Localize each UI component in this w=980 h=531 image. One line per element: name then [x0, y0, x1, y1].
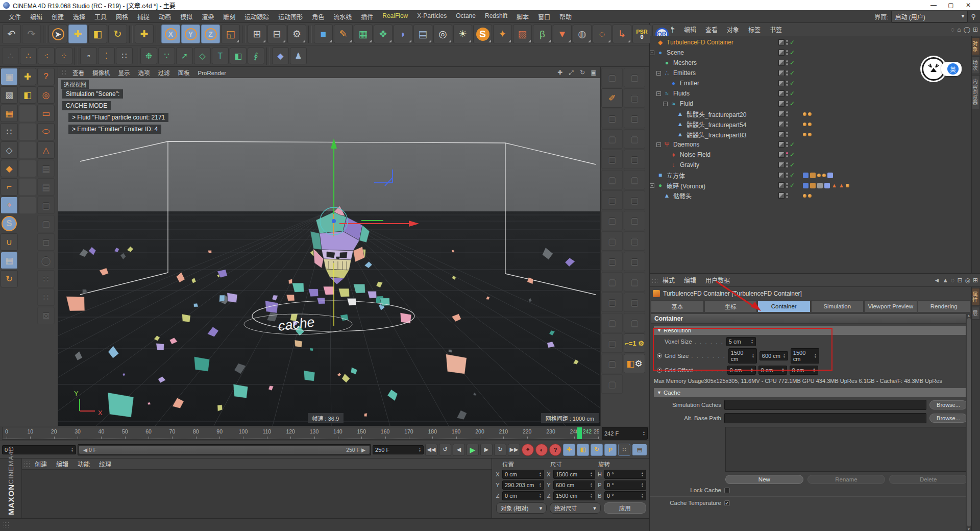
character-figure-tool[interactable]: ♟	[290, 47, 307, 64]
viewport-settings-button[interactable]: ◧⚙	[624, 354, 645, 373]
visibility-dots[interactable]	[786, 183, 788, 188]
workplane-mode-button[interactable]: ▦	[1, 105, 18, 122]
camera-menu[interactable]: ◎	[433, 25, 452, 43]
particle-tag-icon[interactable]	[803, 194, 806, 198]
layer-color-box[interactable]	[778, 39, 785, 45]
structure-tool-1[interactable]: ▤	[37, 160, 55, 177]
points-mode-button[interactable]: ∷	[1, 123, 18, 140]
dots-tag-icon[interactable]	[846, 184, 849, 187]
axis-scale-button[interactable]: ⌐=1 ⚙	[624, 333, 645, 353]
mesh-tool-11[interactable]: ▢	[624, 272, 645, 292]
object-label[interactable]: Emitter	[680, 80, 699, 87]
layer-color-box[interactable]	[778, 121, 785, 127]
modeling-tool-2[interactable]: ▢	[601, 109, 623, 128]
mesh-tool-5[interactable]: ▢	[624, 150, 645, 169]
layer-color-box[interactable]	[778, 141, 785, 148]
menu-item-渲染[interactable]: 渲染	[197, 11, 218, 22]
viewport-scene[interactable]: cache	[58, 78, 600, 426]
tree-row[interactable]: −●Scene✓	[650, 47, 971, 58]
sketch-material-button[interactable]: S	[473, 25, 492, 43]
object-label[interactable]: Daemons	[673, 141, 699, 148]
rf-hub-button[interactable]: ∴	[2, 47, 19, 64]
menu-item-角色[interactable]: 角色	[307, 11, 329, 22]
timeline-window-button[interactable]: ▤	[632, 444, 647, 456]
primitive-cube-menu[interactable]: ■	[314, 25, 333, 43]
menu-item-捕捉[interactable]: 捕捉	[133, 11, 154, 22]
mesh-tool-12[interactable]: ▢	[624, 293, 645, 312]
tree-row[interactable]: −≈Fluid✓	[650, 99, 971, 109]
position-y-field[interactable]: 290.203 cm▲▼	[502, 480, 544, 490]
minimize-button[interactable]: —	[925, 2, 942, 9]
tab-container[interactable]: Container	[757, 300, 811, 312]
object-label[interactable]: Meshers	[673, 59, 697, 66]
structure-tool-4[interactable]: ▢	[37, 215, 55, 232]
expander-icon[interactable]: −	[650, 183, 654, 188]
visibility-dots[interactable]	[786, 111, 788, 116]
particle-tag-icon[interactable]	[817, 174, 821, 177]
view-pan-icon[interactable]: ✚	[555, 69, 565, 76]
particle-tag-icon[interactable]	[808, 112, 812, 116]
key-pla-toggle[interactable]: ∷	[618, 444, 630, 456]
material-menu-编辑[interactable]: 编辑	[52, 460, 73, 470]
scroll-down-icon[interactable]: ▼	[967, 527, 971, 531]
timeline-playhead[interactable]	[577, 427, 582, 439]
mograph-cube-tool[interactable]: ◧	[230, 47, 247, 64]
goto-start-button[interactable]: ◀◀	[425, 444, 437, 456]
object-label[interactable]: 骷髅头_fracturepart54	[687, 120, 746, 129]
phong-tag-icon[interactable]	[824, 183, 830, 188]
palette-empty-slot[interactable]	[19, 160, 36, 177]
material-menu-创建[interactable]: 创建	[30, 460, 52, 470]
menu-item-插件[interactable]: 插件	[356, 11, 378, 22]
visibility-dots[interactable]	[786, 40, 788, 45]
enable-check-icon[interactable]: ✓	[790, 141, 796, 148]
particle-tag-icon[interactable]	[808, 123, 812, 126]
cache-temperature-checkbox[interactable]: ✓	[724, 500, 730, 506]
maximize-button[interactable]: ▢	[942, 2, 960, 9]
grid-size-y-field[interactable]: 600 cm▲▼	[760, 351, 788, 360]
am-target-icon[interactable]: ◎	[965, 277, 970, 284]
palette-empty-slot[interactable]	[19, 123, 36, 140]
om-menu-标签[interactable]: 标签	[744, 25, 765, 35]
light-menu[interactable]: ☀	[453, 25, 472, 43]
tab-simulation[interactable]: Simulation	[811, 300, 864, 312]
key-position-toggle[interactable]: ✚	[563, 444, 575, 456]
autokey-button[interactable]: ◐	[535, 444, 548, 456]
workplane-lock-button[interactable]: ▦	[1, 252, 18, 269]
enable-check-icon[interactable]: ✓	[790, 69, 796, 77]
modeling-tool-11[interactable]: ▢	[601, 293, 623, 312]
menu-item-RealFlow[interactable]: RealFlow	[378, 11, 412, 22]
goto-end-button[interactable]: ▶▶	[508, 444, 520, 456]
side-tab-内容浏览器[interactable]: 内容浏览器	[972, 75, 980, 109]
structure-tool-2[interactable]: ▤	[37, 178, 55, 196]
undo-button[interactable]: ↶	[2, 25, 21, 43]
enable-check-icon[interactable]: ✓	[790, 161, 796, 168]
enable-check-icon[interactable]: ✓	[790, 80, 796, 87]
mesh-tool-10[interactable]: ▢	[624, 252, 645, 271]
timeline-ruler[interactable]: 0102030405060708090100110120130140150160…	[2, 427, 599, 440]
rotation-p-field[interactable]: 0 °▲▼	[604, 480, 646, 490]
modeling-tool-4[interactable]: ▢	[601, 150, 623, 169]
play-reverse-button[interactable]: ↺	[439, 444, 451, 456]
key-parameter-toggle[interactable]: P	[604, 444, 617, 456]
tab-基本[interactable]: 基本	[651, 300, 704, 312]
visibility-dots[interactable]	[786, 91, 788, 96]
menu-item-网格[interactable]: 网格	[111, 11, 133, 22]
particle-tag-icon[interactable]	[808, 194, 812, 198]
modeling-tool-9[interactable]: ▢	[601, 252, 623, 271]
mesh-tool-1[interactable]: ▢	[624, 68, 645, 87]
viewport-menu-显示[interactable]: 显示	[114, 69, 134, 77]
object-label[interactable]: TurbulenceFD Container	[667, 39, 733, 46]
simulation-caches-field[interactable]	[724, 400, 926, 410]
enable-check-icon[interactable]: ✓	[790, 100, 796, 107]
keyframe-selection-button[interactable]: ?	[549, 444, 561, 456]
tex-tag-icon[interactable]	[803, 183, 808, 188]
modeling-tool-7[interactable]: ▢	[601, 211, 623, 230]
enable-check-icon[interactable]: ✓	[790, 151, 796, 158]
position-z-field[interactable]: 0 cm▲▼	[502, 491, 544, 500]
crystal-tool[interactable]: ◆	[272, 47, 289, 64]
am-menu-编辑[interactable]: 编辑	[679, 276, 701, 286]
tree-row[interactable]: −●破碎 (Voronoi)✓▲▲	[650, 180, 971, 190]
rectangle-select-button[interactable]: ▭	[37, 105, 55, 122]
enable-check-icon[interactable]: ✓	[790, 90, 796, 97]
visibility-dots[interactable]	[786, 152, 788, 157]
